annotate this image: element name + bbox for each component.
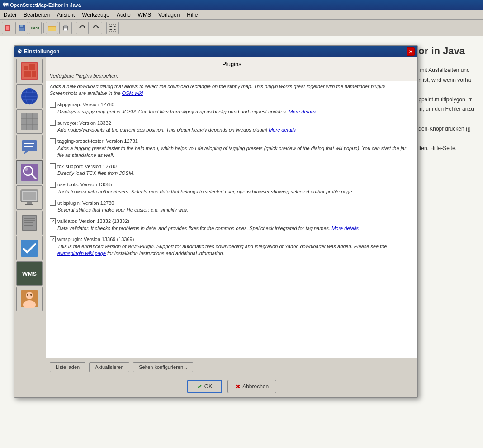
- plugin-usertools-name: usertools: Version 13055: [57, 182, 112, 187]
- plugin-slippymap: slippymap: Version 12780 Displays a slip…: [50, 102, 414, 115]
- toolbar-sep1: [43, 23, 44, 33]
- sidebar-icon-chat[interactable]: [16, 135, 43, 159]
- cancel-button[interactable]: ✖ Abbrechen: [227, 380, 276, 393]
- surveyor-link[interactable]: More details: [269, 127, 296, 132]
- slippymap-link[interactable]: More details: [289, 109, 316, 114]
- dialog-title-text: Einstellungen: [24, 48, 60, 55]
- ok-button[interactable]: ✔ OK: [187, 380, 222, 393]
- svg-rect-21: [24, 71, 31, 77]
- plugin-tagging-preset-tester: tagging-preset-tester: Version 12781 Add…: [50, 138, 414, 159]
- toolbar-save-btn[interactable]: [15, 22, 28, 34]
- plugin-validator-checkbox[interactable]: [50, 218, 56, 224]
- plugin-slippymap-checkbox[interactable]: [50, 102, 56, 108]
- cancel-label: Abbrechen: [242, 383, 269, 390]
- sidebar-icon-search[interactable]: [16, 160, 43, 184]
- plugin-tagging-preset-tester-checkbox[interactable]: [50, 138, 56, 144]
- plugin-wmsplugin: wmsplugin: Version 13369 (13369) This is…: [50, 236, 414, 257]
- plugin-surveyor-checkbox[interactable]: [50, 120, 56, 126]
- svg-rect-8: [64, 25, 67, 28]
- dialog-close-button[interactable]: ✕: [407, 47, 415, 56]
- sidebar-icon-check[interactable]: [16, 236, 43, 260]
- dialog-title-content: ⚙ Einstellungen: [17, 48, 60, 55]
- svg-rect-44: [27, 202, 32, 204]
- plugin-list: Adds a new download dialog that allows t…: [46, 81, 417, 358]
- plugin-tcx-support: tcx-support: Version 12780 Directly load…: [50, 163, 414, 177]
- sidebar-icon-screen[interactable]: [16, 185, 43, 210]
- title-bar: 🗺 OpenStreetMap-Editor in Java: [0, 0, 483, 10]
- plugin-validator-name: validator: Version 13332 (13332): [57, 218, 129, 224]
- ok-check-icon: ✔: [197, 383, 203, 390]
- plugin-tcx-support-name: tcx-support: Version 12780: [57, 164, 117, 169]
- toolbar-new-btn[interactable]: [2, 22, 14, 34]
- sidebar-icon-wms[interactable]: WMS: [16, 261, 43, 286]
- svg-rect-50: [24, 222, 33, 223]
- plugin-wmsplugin-name: wmsplugin: Version 13369 (13369): [57, 236, 134, 242]
- plugin-wmsplugin-desc: This is the enhanced version of WMSPlugi…: [57, 243, 414, 257]
- dialog-ok-cancel-buttons: ✔ OK ✖ Abbrechen: [46, 376, 417, 397]
- svg-rect-9: [64, 28, 67, 31]
- panel-title: Plugins: [46, 57, 417, 71]
- plugin-usertools-checkbox[interactable]: [50, 182, 56, 188]
- svg-rect-45: [25, 204, 33, 205]
- panel-subtitle: Verfügbare Plugins bearbeiten.: [46, 71, 417, 81]
- sidebar-icon-grid[interactable]: [16, 109, 43, 134]
- toolbar-undo-btn[interactable]: [76, 22, 89, 34]
- plugin-intro: Adds a new download dialog that allows t…: [50, 83, 414, 97]
- dialog-title-bar: ⚙ Einstellungen ✕: [14, 46, 417, 57]
- sidebar-icon-person[interactable]: [16, 287, 43, 311]
- title-bar-icon: 🗺: [3, 2, 8, 8]
- plugin-tcx-support-desc: Directly load TCX files from JOSM.: [57, 170, 414, 177]
- main-content: JOSM - OpenStreetMap-Editor in Java en m…: [0, 36, 483, 448]
- toolbar: GPX: [0, 20, 483, 36]
- svg-rect-6: [48, 27, 56, 31]
- bottom-action-buttons: Liste laden Aktualisieren Seiten konfigu…: [46, 358, 417, 376]
- wms-label: WMS: [22, 270, 37, 277]
- toolbar-select-btn[interactable]: [106, 22, 119, 34]
- toolbar-print-btn[interactable]: [59, 22, 72, 34]
- title-bar-text: OpenStreetMap-Editor in Java: [10, 2, 81, 8]
- menu-wms[interactable]: WMS: [136, 11, 153, 19]
- svg-rect-48: [24, 218, 35, 219]
- dialog-title-icon: ⚙: [17, 48, 22, 55]
- wmsplugin-link[interactable]: ewmsplugin wiki page: [57, 250, 106, 256]
- menu-hilfe[interactable]: Hilfe: [185, 11, 199, 19]
- plugin-utilsplugin-checkbox[interactable]: [50, 200, 56, 206]
- sidebar-icons: WMS: [14, 57, 46, 397]
- seiten-konfigurieren-button[interactable]: Seiten konfigurieren...: [133, 362, 193, 372]
- ok-label: OK: [204, 383, 212, 390]
- menu-vorlagen[interactable]: Vorlagen: [156, 11, 181, 19]
- svg-point-56: [27, 294, 28, 296]
- bg-text-4: ugin, um den Fehler anzu: [412, 104, 474, 114]
- plugin-wmsplugin-checkbox[interactable]: [50, 236, 56, 242]
- settings-dialog: ⚙ Einstellungen ✕: [14, 45, 418, 398]
- menu-werkzeuge[interactable]: Werkzeuge: [80, 11, 111, 19]
- osm-wiki-link[interactable]: OSM wiki: [122, 90, 143, 96]
- menu-audio[interactable]: Audio: [115, 11, 133, 19]
- dialog-body: WMS Plugins Verfügbare Plugins bearbeite…: [14, 57, 417, 397]
- plugin-slippymap-desc: Displays a slippy map grid in JOSM. Can …: [57, 108, 414, 115]
- plugin-utilsplugin-desc: Several utilities that make your life ea…: [57, 207, 414, 213]
- plugin-tagging-preset-tester-name: tagging-preset-tester: Version 12781: [57, 138, 138, 144]
- menu-bearbeiten[interactable]: Bearbeiten: [22, 11, 52, 19]
- plugin-tcx-support-checkbox[interactable]: [50, 163, 56, 169]
- validator-link[interactable]: More details: [331, 226, 359, 231]
- plugin-usertools: usertools: Version 13055 Tools to work w…: [50, 182, 414, 195]
- toolbar-gpx-btn[interactable]: GPX: [29, 22, 42, 34]
- sidebar-icon-map[interactable]: [16, 59, 43, 83]
- plugin-validator: validator: Version 13332 (13332) Data va…: [50, 218, 414, 232]
- menu-datei[interactable]: Datei: [2, 11, 18, 19]
- sidebar-icon-book[interactable]: [16, 211, 43, 235]
- toolbar-redo-btn[interactable]: [90, 22, 102, 34]
- liste-laden-button[interactable]: Liste laden: [50, 362, 85, 372]
- svg-rect-22: [32, 71, 36, 77]
- aktualisieren-button[interactable]: Aktualisieren: [89, 362, 129, 372]
- plugin-slippymap-name: slippymap: Version 12780: [57, 102, 114, 107]
- svg-rect-1: [6, 26, 9, 30]
- bg-text-2: den ist, wird wenn vorha: [412, 75, 474, 85]
- plugin-utilsplugin: utilsplugin: Version 12780 Several utili…: [50, 200, 414, 213]
- svg-rect-4: [19, 28, 24, 31]
- menu-ansicht[interactable]: Ansicht: [55, 11, 76, 19]
- bg-text-1: en mit Ausfallzeiten und: [412, 66, 474, 75]
- toolbar-open-btn[interactable]: [46, 22, 58, 34]
- sidebar-icon-globe[interactable]: [16, 84, 43, 108]
